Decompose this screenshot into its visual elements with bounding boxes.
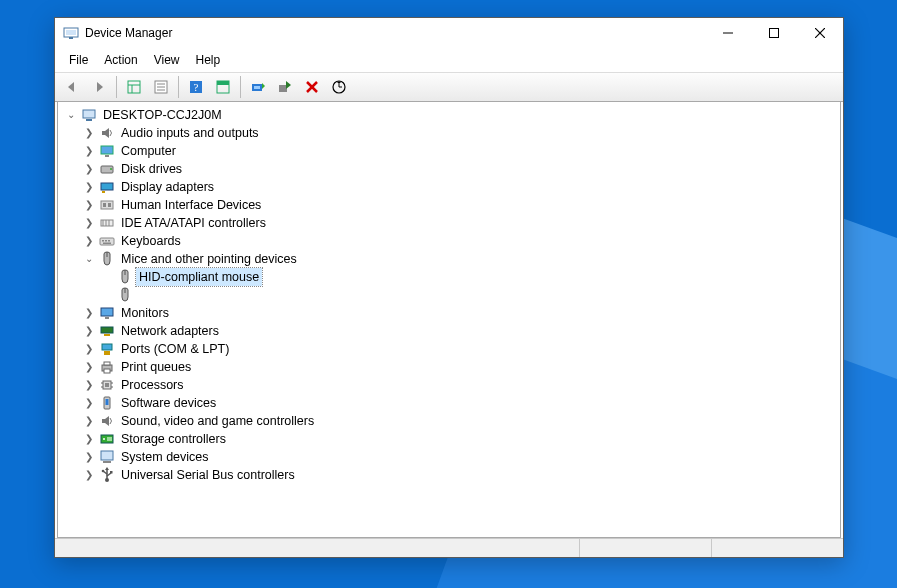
- toolbar-separator: [178, 76, 179, 98]
- tree-item-processors[interactable]: ❯ Processors: [58, 376, 840, 394]
- tree-item-monitors[interactable]: ❯ Monitors: [58, 304, 840, 322]
- tree-item-software[interactable]: ❯ Software devices: [58, 394, 840, 412]
- toolbar: ?: [55, 73, 843, 102]
- tree-item-audio[interactable]: ❯ Audio inputs and outputs: [58, 124, 840, 142]
- svg-rect-52: [104, 351, 110, 355]
- expand-icon[interactable]: ❯: [82, 180, 96, 194]
- tree-label: Universal Serial Bus controllers: [118, 466, 298, 484]
- svg-rect-30: [101, 183, 113, 190]
- svg-rect-57: [105, 383, 109, 387]
- tree-item-mouse-unnamed[interactable]: [58, 286, 840, 304]
- tree-item-hid-mouse[interactable]: HID-compliant mouse: [58, 268, 840, 286]
- expand-icon[interactable]: ❯: [82, 144, 96, 158]
- expand-icon[interactable]: ❯: [82, 432, 96, 446]
- scan-hardware-button[interactable]: [326, 74, 352, 100]
- tree-root[interactable]: ⌄ DESKTOP-CCJ2J0M: [58, 106, 840, 124]
- tree-label: Processors: [118, 376, 187, 394]
- tree-label: HID-compliant mouse: [136, 268, 262, 286]
- expand-placeholder: [100, 288, 114, 302]
- tree-item-mice[interactable]: ⌄ Mice and other pointing devices: [58, 250, 840, 268]
- uninstall-device-button[interactable]: [299, 74, 325, 100]
- statusbar: [55, 538, 843, 557]
- tree-item-ports[interactable]: ❯ Ports (COM & LPT): [58, 340, 840, 358]
- tree-item-sound[interactable]: ❯ Sound, video and game controllers: [58, 412, 840, 430]
- device-tree[interactable]: ⌄ DESKTOP-CCJ2J0M ❯ Audio inputs and out…: [57, 102, 841, 538]
- monitor-icon: [99, 305, 115, 321]
- enable-device-button[interactable]: [272, 74, 298, 100]
- expand-icon[interactable]: ❯: [82, 306, 96, 320]
- minimize-button[interactable]: [705, 18, 751, 48]
- tree-item-storage[interactable]: ❯ Storage controllers: [58, 430, 840, 448]
- properties-button[interactable]: [148, 74, 174, 100]
- tree-item-disk[interactable]: ❯ Disk drives: [58, 160, 840, 178]
- forward-button[interactable]: [86, 74, 112, 100]
- expand-icon[interactable]: ❯: [82, 414, 96, 428]
- tree-item-hid[interactable]: ❯ Human Interface Devices: [58, 196, 840, 214]
- expand-icon[interactable]: ❯: [82, 360, 96, 374]
- tree-item-network[interactable]: ❯ Network adapters: [58, 322, 840, 340]
- ide-icon: [99, 215, 115, 231]
- svg-rect-48: [105, 317, 109, 319]
- expand-icon[interactable]: ❯: [82, 468, 96, 482]
- svg-rect-63: [106, 399, 109, 405]
- svg-point-72: [102, 470, 105, 473]
- svg-rect-51: [102, 344, 112, 350]
- expand-icon[interactable]: ❯: [82, 378, 96, 392]
- tree-item-keyboards[interactable]: ❯ Keyboards: [58, 232, 840, 250]
- speaker-icon: [99, 125, 115, 141]
- tree-label: Mice and other pointing devices: [118, 250, 300, 268]
- svg-rect-17: [217, 81, 229, 85]
- tree-label: Print queues: [118, 358, 194, 376]
- svg-rect-34: [108, 203, 111, 207]
- titlebar[interactable]: Device Manager: [55, 18, 843, 48]
- tree-item-display[interactable]: ❯ Display adapters: [58, 178, 840, 196]
- show-hide-tree-button[interactable]: [121, 74, 147, 100]
- tree-item-ide[interactable]: ❯ IDE ATA/ATAPI controllers: [58, 214, 840, 232]
- tree-label: Sound, video and game controllers: [118, 412, 317, 430]
- statusbar-pane: [712, 539, 843, 557]
- svg-rect-1: [66, 30, 76, 35]
- collapse-icon[interactable]: ⌄: [64, 108, 78, 122]
- expand-icon[interactable]: ❯: [82, 450, 96, 464]
- tree-item-system[interactable]: ❯ System devices: [58, 448, 840, 466]
- menu-action[interactable]: Action: [96, 51, 145, 69]
- expand-icon[interactable]: ❯: [82, 234, 96, 248]
- expand-icon[interactable]: ❯: [82, 126, 96, 140]
- tree-label: Storage controllers: [118, 430, 229, 448]
- expand-icon[interactable]: ❯: [82, 198, 96, 212]
- svg-rect-7: [128, 81, 140, 93]
- tree-label: Keyboards: [118, 232, 184, 250]
- tree-item-usb[interactable]: ❯ Universal Serial Bus controllers: [58, 466, 840, 484]
- port-icon: [99, 341, 115, 357]
- menu-view[interactable]: View: [146, 51, 188, 69]
- action-pane-button[interactable]: [210, 74, 236, 100]
- storage-icon: [99, 431, 115, 447]
- expand-icon[interactable]: ❯: [82, 216, 96, 230]
- svg-text:?: ?: [194, 81, 199, 93]
- help-button[interactable]: ?: [183, 74, 209, 100]
- back-button[interactable]: [59, 74, 85, 100]
- menu-help[interactable]: Help: [188, 51, 229, 69]
- expand-icon[interactable]: ❯: [82, 342, 96, 356]
- expand-icon[interactable]: ❯: [82, 324, 96, 338]
- svg-rect-4: [770, 29, 779, 38]
- device-manager-icon: [63, 25, 79, 41]
- printer-icon: [99, 359, 115, 375]
- expand-icon[interactable]: ❯: [82, 162, 96, 176]
- tree-item-print[interactable]: ❯ Print queues: [58, 358, 840, 376]
- svg-rect-41: [105, 240, 107, 242]
- usb-icon: [99, 467, 115, 483]
- update-driver-button[interactable]: [245, 74, 271, 100]
- menu-file[interactable]: File: [61, 51, 96, 69]
- collapse-icon[interactable]: ⌄: [82, 252, 96, 266]
- tree-item-computer[interactable]: ❯ Computer: [58, 142, 840, 160]
- maximize-button[interactable]: [751, 18, 797, 48]
- close-button[interactable]: [797, 18, 843, 48]
- window-title: Device Manager: [85, 26, 172, 40]
- expand-icon[interactable]: ❯: [82, 396, 96, 410]
- svg-rect-49: [101, 327, 113, 333]
- disk-icon: [99, 161, 115, 177]
- svg-rect-55: [104, 369, 110, 373]
- monitor-icon: [99, 143, 115, 159]
- statusbar-pane: [55, 539, 580, 557]
